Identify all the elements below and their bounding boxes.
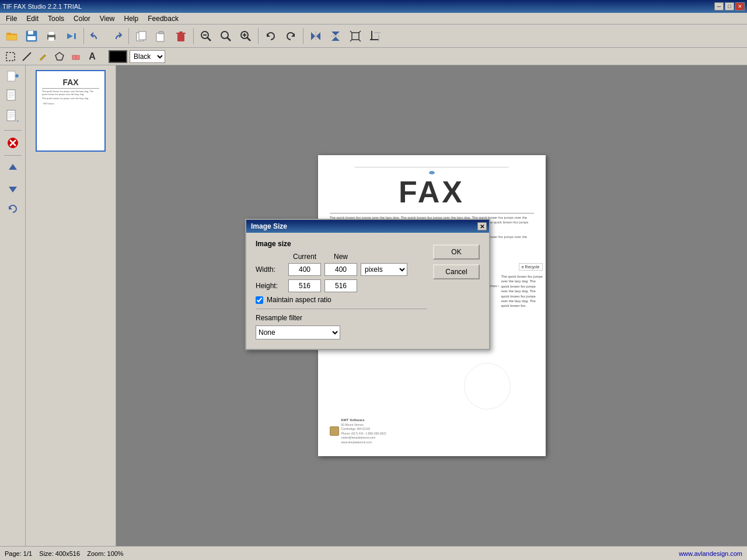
toolbar-sep-2 (128, 28, 129, 44)
zoom-100-button[interactable] (217, 27, 235, 46)
menu-file[interactable]: File (1, 13, 22, 24)
app-title: TIF FAX Studio 2.2.1 TRIAL (2, 3, 82, 10)
ok-button[interactable]: OK (433, 244, 480, 260)
svg-rect-7 (48, 32, 54, 35)
open-button[interactable] (2, 27, 21, 46)
status-info: Page: 1/1 Size: 400x516 Zoom: 100% (5, 550, 124, 557)
color-select[interactable]: Black White Red Green Blue Yellow (130, 50, 165, 63)
menu-help[interactable]: Help (120, 13, 144, 24)
svg-marker-66 (9, 164, 17, 170)
copy-button[interactable] (132, 27, 151, 46)
zoom-out-button[interactable] (197, 27, 215, 46)
select-tool-button[interactable] (4, 50, 18, 64)
move-down-button[interactable] (4, 179, 22, 198)
col-header-new: New (324, 253, 357, 261)
add-page-button[interactable] (4, 68, 22, 86)
width-new-input[interactable] (324, 263, 357, 276)
maximize-button[interactable]: □ (725, 2, 734, 10)
svg-line-22 (227, 37, 231, 41)
menu-view[interactable]: View (95, 13, 120, 24)
rotate-page-button[interactable] (4, 200, 22, 218)
close-button[interactable]: ✕ (735, 2, 745, 10)
rotate-right-icon (284, 30, 297, 43)
page-icon-1 (6, 89, 20, 106)
maintain-aspect-checkbox[interactable] (256, 296, 263, 304)
menu-feedback[interactable]: Feedback (143, 13, 183, 24)
move-up-button[interactable] (4, 159, 22, 177)
print-button[interactable] (42, 27, 61, 46)
eraser-tool-button[interactable] (69, 50, 83, 64)
svg-line-20 (207, 37, 211, 41)
unit-select[interactable]: pixels inches cm (361, 263, 407, 276)
line-icon (22, 51, 32, 62)
size-info: Size: 400x516 (39, 550, 80, 557)
cancel-button[interactable]: Cancel (433, 264, 480, 279)
menu-color[interactable]: Color (69, 13, 95, 24)
fit-page-icon (349, 30, 362, 43)
footer-text: KMT Software 60 Mount Vernon,Cambridge, … (341, 418, 386, 445)
page-type-2-button[interactable]: + (4, 108, 22, 127)
resample-filter-select[interactable]: None Lanczos Bilinear Bicubic (256, 326, 340, 340)
menu-bar: File Edit Tools Color View Help Feedback (0, 13, 747, 24)
toolbar-sep-3 (193, 28, 194, 44)
svg-marker-9 (67, 33, 73, 39)
add-page-icon (6, 70, 20, 84)
flip-h-button[interactable] (306, 27, 325, 46)
svg-rect-15 (177, 34, 184, 41)
undo-button[interactable] (87, 27, 106, 46)
line-tool-button[interactable] (20, 50, 34, 64)
delete-button[interactable] (172, 27, 190, 46)
fit-page-button[interactable] (346, 27, 365, 46)
polygon-tool-button[interactable] (53, 50, 67, 64)
delete-page-button[interactable] (4, 134, 22, 152)
rotate-right-button[interactable] (281, 27, 300, 46)
page-type-1-button[interactable] (4, 88, 22, 107)
dialog-title: Image Size (251, 222, 287, 230)
eraser-icon (71, 51, 81, 62)
rotate-left-button[interactable] (261, 27, 280, 46)
svg-rect-52 (7, 90, 15, 100)
zoom-info: Zoom: 100% (87, 550, 123, 557)
fax-title-text: FAX (336, 177, 528, 207)
move-up-icon (7, 162, 19, 174)
save-button[interactable] (22, 27, 41, 46)
height-new-input[interactable] (324, 279, 357, 292)
page-icon-2: + (6, 110, 20, 126)
crop-button[interactable] (366, 27, 385, 46)
color-swatch[interactable] (109, 50, 127, 63)
svg-marker-32 (331, 32, 340, 36)
menu-tools[interactable]: Tools (43, 13, 69, 24)
redo-button[interactable] (107, 27, 125, 46)
dialog-body: Image size Current New Width: pixels inc… (246, 233, 489, 349)
height-current-input[interactable] (288, 279, 321, 292)
rotate-icon (7, 203, 19, 215)
pencil-tool-button[interactable] (36, 50, 50, 64)
svg-marker-67 (9, 187, 17, 192)
zoom-in-button[interactable] (236, 27, 255, 46)
copy-icon (135, 30, 148, 43)
svg-line-38 (350, 40, 352, 41)
toolbar-sep-5 (303, 28, 303, 44)
paste-icon (155, 30, 167, 43)
height-label: Height: (256, 282, 285, 290)
dialog-left-panel: Image size Current New Width: pixels inc… (256, 240, 427, 340)
forward-button[interactable] (62, 27, 81, 46)
page-thumbnail-1[interactable]: FAX The quick brown fox jumps over the l… (36, 70, 106, 152)
svg-rect-17 (179, 32, 183, 33)
text-tool-icon: A (89, 51, 96, 62)
thumbnail-panel: FAX The quick brown fox jumps over the l… (26, 65, 116, 546)
dialog-col-headers: Current New (256, 253, 427, 261)
paste-button[interactable] (152, 27, 170, 46)
width-current-input[interactable] (288, 263, 321, 276)
maintain-aspect-label: Maintain aspect ratio (267, 296, 331, 304)
minimize-button[interactable]: ─ (714, 2, 724, 10)
image-size-dialog: Image Size ✕ Image size Current New Widt… (245, 219, 490, 350)
dialog-close-button[interactable]: ✕ (477, 222, 487, 230)
thumbnail-content: FAX The quick brown fox jumps over the l… (39, 73, 103, 149)
flip-v-button[interactable] (326, 27, 345, 46)
svg-rect-10 (74, 33, 76, 39)
text-tool-button[interactable]: A (85, 50, 99, 64)
menu-edit[interactable]: Edit (22, 13, 43, 24)
svg-rect-5 (27, 36, 36, 40)
open-icon (5, 30, 18, 43)
